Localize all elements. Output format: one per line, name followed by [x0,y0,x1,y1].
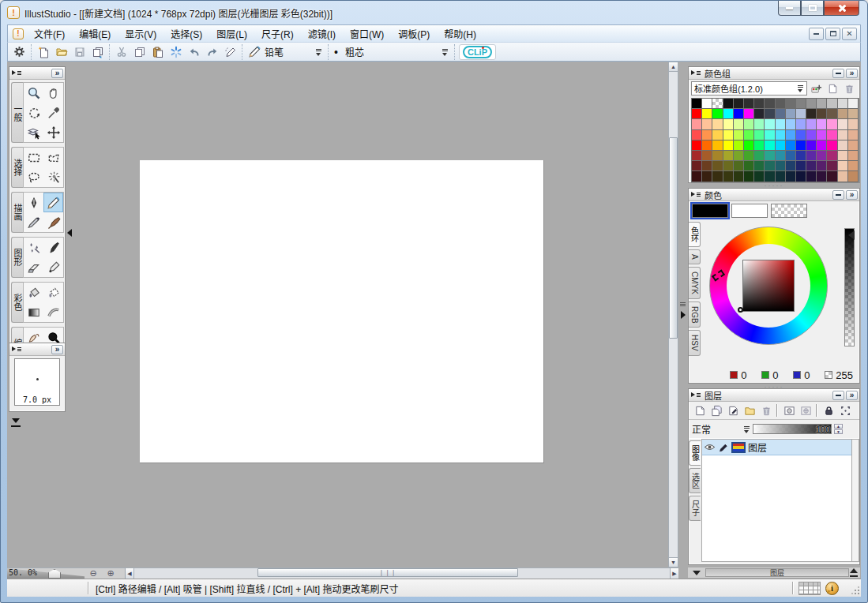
draft-pen-icon[interactable] [718,442,729,453]
rectangle-select-tool[interactable] [24,148,43,167]
color-swatch[interactable] [848,99,858,108]
quick-mask-button[interactable] [798,404,814,418]
color-swatch[interactable] [754,130,764,140]
color-swatch[interactable] [827,161,836,170]
color-swatch[interactable] [817,151,826,160]
color-swatch[interactable] [692,130,701,140]
color-swatch[interactable] [806,119,816,129]
color-swatch[interactable] [827,99,836,108]
color-swatch[interactable] [734,109,743,118]
color-swatch[interactable] [848,161,858,170]
fill-close-area-tool[interactable] [43,283,63,302]
color-swatch[interactable] [817,171,826,181]
opacity-down-button[interactable]: ▼ [834,429,843,434]
color-swatch[interactable] [754,140,764,150]
color-swatch[interactable] [817,161,826,170]
swatch-scroll-strip[interactable] [859,98,859,182]
convert-layer-button[interactable] [726,404,741,418]
color-swatch[interactable] [712,109,722,118]
tool-group-label[interactable]: 图形 [11,237,23,278]
pen-tip-dropdown[interactable]: • 粗芯 [331,43,452,61]
reset-view-button[interactable] [221,43,239,61]
color-tab-RGB[interactable]: RGB [689,302,701,328]
menu-item-9[interactable]: 帮助(H) [437,25,483,42]
transparent-color-chip[interactable] [771,204,807,218]
refresh-button[interactable] [167,43,185,61]
layer-mask-button[interactable] [782,404,797,418]
copy-button[interactable] [130,43,148,61]
color-swatch[interactable] [806,140,816,150]
zoom-slider-handle[interactable] [48,569,61,579]
color-swatch[interactable] [806,99,816,108]
blue-value[interactable]: 0 [804,369,815,381]
eyedropper-tool[interactable] [43,103,63,122]
dock-tab-layers[interactable]: 图层 [705,568,849,577]
paste-button[interactable] [148,43,167,61]
color-swatch[interactable] [712,161,722,170]
panel-menu-icon[interactable] [11,346,22,353]
color-swatch[interactable] [776,161,785,170]
zoom-tool[interactable] [24,83,43,103]
lasso-select-tool[interactable] [24,167,43,187]
color-swatch[interactable] [692,99,701,108]
menu-item-3[interactable]: 选择(S) [163,25,209,42]
color-swatch[interactable] [848,130,858,140]
color-swatch[interactable] [754,161,764,170]
dock-eject-button[interactable] [849,568,860,577]
redo-button[interactable] [203,43,221,61]
opacity-slider[interactable]: 100 [753,424,832,434]
alpha-slider-marker[interactable] [848,230,855,240]
new-layer-below-button[interactable] [709,404,724,418]
color-swatch[interactable] [806,109,816,118]
mdi-close-button[interactable]: ✕ [842,28,857,40]
lock-layer-button[interactable] [821,404,836,418]
color-swatch[interactable] [702,171,712,181]
panel-expand-button[interactable]: » [846,69,858,78]
color-swatch[interactable] [744,109,753,118]
color-swatch[interactable] [692,151,701,160]
color-swatch[interactable] [776,151,785,160]
color-swatch[interactable] [796,99,806,108]
zoom-in-button[interactable]: ⊕ [103,568,118,579]
color-swatch[interactable] [712,151,722,160]
color-swatch[interactable] [838,151,847,160]
color-swatch[interactable] [723,99,733,108]
color-swatch[interactable] [692,171,701,181]
color-swatch[interactable] [827,171,836,181]
color-swatch[interactable] [754,151,764,160]
undo-button[interactable] [185,43,203,61]
marker-tool[interactable] [24,212,43,232]
color-swatch[interactable] [723,130,733,140]
color-swatch[interactable] [734,99,743,108]
grid-icon[interactable] [798,582,821,595]
tone-curve-tool[interactable] [43,302,63,322]
layer-thumbnail[interactable] [731,442,746,453]
color-swatch[interactable] [806,161,816,170]
color-swatch[interactable] [838,140,847,150]
color-swatch[interactable] [838,130,847,140]
panel-expand-button[interactable]: » [51,69,63,78]
color-swatch[interactable] [734,161,743,170]
zoom-out-button[interactable]: ⊖ [86,568,100,579]
panel-menu-icon[interactable] [690,391,701,399]
color-swatch[interactable] [734,171,743,181]
color-swatch[interactable] [765,151,774,160]
color-swatch[interactable] [744,171,753,181]
collapse-right-arrow-icon[interactable] [681,311,686,319]
fill-tool[interactable] [24,283,43,302]
color-swatch[interactable] [765,140,774,150]
color-swatch[interactable] [744,99,753,108]
panel-menu-icon[interactable] [11,69,22,77]
color-swatch[interactable] [734,140,743,150]
color-swatch[interactable] [776,130,785,140]
color-swatch[interactable] [692,140,701,150]
sub-color-chip[interactable] [731,204,768,218]
current-tool-dropdown[interactable]: 铅笔 [245,43,325,61]
scroll-down-button[interactable]: ▼ [669,557,678,567]
scroll-up-button[interactable]: ▲ [669,62,678,72]
color-swatch[interactable] [786,99,795,108]
clip-button[interactable]: CLiP [459,44,496,60]
color-swatch[interactable] [817,109,826,118]
color-swatch[interactable] [796,151,806,160]
panel-menu-icon[interactable] [690,191,701,198]
